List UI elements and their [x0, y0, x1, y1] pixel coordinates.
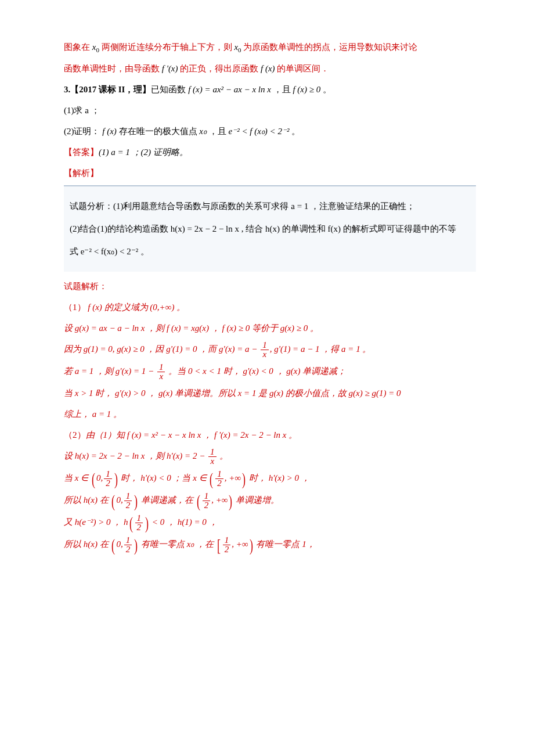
n: 1	[124, 492, 132, 501]
sol-p1-l2: 设 g(x) = ax − a − ln x ，则 f (x) = xg(x) …	[64, 319, 476, 337]
analysis-line-2: (2)结合(1)的结论构造函数 h(x) = 2x − 2 − ln x , 结…	[70, 219, 470, 239]
text: (1)求 a ；	[64, 106, 100, 115]
text: 函数单调性时，由导函数	[64, 64, 162, 73]
text: 由（1）知 f (x) = x² − x − x ln x ， f '(x) =…	[86, 430, 298, 440]
sol-p1-l5: 当 x > 1 时， g'(x) > 0 ， g(x) 单调递增。所以 x = …	[64, 384, 476, 402]
sol-p1-l4: 若 a = 1 ，则 g'(x) = 1 − 1x 。当 0 < x < 1 时…	[64, 362, 476, 381]
sol-p2-l1: （2）由（1）知 f (x) = x² − x − x ln x ， f '(x…	[64, 426, 476, 444]
text: (1) a = 1 ；(2) 证明略。	[99, 147, 188, 157]
num: 1	[208, 448, 217, 457]
t: 又 h(e⁻²) > 0 ， h	[64, 517, 128, 527]
intro-line-1: 图象在 x0 两侧附近连续分布于轴上下方，则 x0 为原函数单调性的拐点，运用导…	[64, 38, 476, 56]
text: f (x) 的定义域为 (0,+∞) 。	[86, 303, 186, 312]
t: 0,	[96, 473, 103, 483]
text: 图象在	[64, 42, 92, 52]
math: f '(x)	[162, 64, 178, 73]
text: (2)证明：	[64, 127, 102, 136]
t: 时， h'(x) > 0 ，	[247, 473, 310, 483]
d: 2	[203, 501, 211, 510]
sol-p2-l5: 又 h(e⁻²) > 0 ， h(12) < 0 ， h(1) = 0 ，	[64, 513, 476, 532]
problem-3-header: 3.【2017 课标 II，理】已知函数 f (x) = ax² − ax − …	[64, 81, 476, 98]
n: 1	[104, 470, 112, 479]
math: f (x)	[102, 127, 117, 136]
text: 。	[218, 451, 229, 460]
text: 。	[320, 85, 331, 94]
d: 2	[124, 501, 132, 510]
num: 1	[261, 341, 269, 350]
math: e⁻² < f (x₀) < 2⁻²	[229, 127, 290, 136]
d: 2	[215, 479, 223, 488]
text: ，且	[207, 127, 229, 136]
tag: 3.【2017 课标 II，理】	[64, 85, 151, 94]
sol-p1-l1: （1） f (x) 的定义域为 (0,+∞) 。	[64, 298, 476, 316]
t: 时， h'(x) < 0 ；当 x ∈	[119, 473, 209, 483]
sol-p2-l2: 设 h(x) = 2x − 2 − ln x ，则 h'(x) = 2 − 1x…	[64, 447, 476, 466]
text: 存在唯一的极大值点	[117, 127, 200, 136]
label: （2）	[64, 430, 86, 440]
den: x	[157, 372, 165, 381]
math: x₀	[199, 127, 207, 136]
d: 2	[135, 523, 143, 532]
text: 两侧附近连续分布于轴上下方，则	[99, 42, 234, 52]
num: 1	[157, 363, 165, 372]
analysis-box: 试题分析：(1)利用题意结合导函数与原函数的关系可求得 a = 1 ，注意验证结…	[64, 185, 476, 272]
d: 2	[104, 479, 112, 488]
t: 单调递增。	[233, 495, 279, 505]
n: 1	[223, 536, 231, 545]
t: , +∞	[232, 539, 248, 549]
text: ，且	[271, 85, 293, 94]
t: , +∞	[211, 495, 228, 505]
text: 的单调区间．	[275, 64, 330, 73]
sol-p2-l3: 当 x ∈ (0,12) 时， h'(x) < 0 ；当 x ∈ (12, +∞…	[64, 469, 476, 488]
n: 1	[203, 492, 211, 501]
math: f (x)	[261, 64, 275, 73]
sol-p1-l3: 因为 g(1) = 0, g(x) ≥ 0 ，因 g'(1) = 0 ，而 g'…	[64, 340, 476, 359]
den: x	[208, 457, 217, 466]
text: 当 x ∈	[64, 473, 91, 483]
d: 2	[124, 545, 132, 554]
d: 2	[223, 545, 231, 554]
label: （1）	[64, 303, 86, 312]
label: 【答案】	[64, 147, 99, 157]
n: 1	[135, 514, 143, 523]
t: , +∞	[225, 473, 241, 483]
solution-header: 试题解析：	[64, 278, 476, 295]
t: 所以 h(x) 在	[64, 495, 110, 505]
math: f (x) ≥ 0	[293, 85, 320, 94]
text: 。	[289, 127, 300, 136]
text: 为原函数单调性的拐点，运用导数知识来讨论	[241, 42, 418, 52]
den: x	[261, 350, 269, 359]
intro-line-2: 函数单调性时，由导函数 f '(x) 的正负，得出原函数 f (x) 的单调区间…	[64, 60, 476, 77]
text: , g'(1) = a − 1 ，得 a = 1 。	[270, 344, 371, 354]
problem-3-q2: (2)证明： f (x) 存在唯一的极大值点 x₀ ，且 e⁻² < f (x₀…	[64, 123, 476, 140]
math: f (x) = ax² − ax − x ln x	[188, 85, 271, 94]
text: 设 h(x) = 2x − 2 − ln x ，则 h'(x) = 2 −	[64, 451, 207, 460]
n: 1	[215, 470, 223, 479]
text: 因为 g(1) = 0, g(x) ≥ 0 ，因 g'(1) = 0 ，而 g'…	[64, 344, 259, 354]
sol-p2-l6: 所以 h(x) 在 (0,12) 有唯一零点 x₀ ，在 [12, +∞) 有唯…	[64, 535, 476, 554]
t: 有唯一零点 1，	[254, 539, 315, 549]
text: 的正负，得出原函数	[178, 64, 261, 73]
sol-p1-l6: 综上， a = 1 。	[64, 405, 476, 423]
t: < 0 ， h(1) = 0 ，	[150, 517, 217, 527]
analysis-label: 【解析】	[64, 164, 476, 182]
sol-p2-l4: 所以 h(x) 在 (0,12) 单调递减，在 (12, +∞) 单调递增。	[64, 491, 476, 510]
t: 0,	[116, 539, 122, 549]
t: 所以 h(x) 在	[64, 539, 110, 549]
text: 若 a = 1 ，则 g'(x) = 1 −	[64, 366, 156, 376]
problem-3-q1: (1)求 a ；	[64, 102, 476, 119]
text: 。当 0 < x < 1 时， g'(x) < 0 ， g(x) 单调递减；	[166, 366, 346, 376]
t: 0,	[116, 495, 122, 505]
text: 已知函数	[151, 85, 188, 94]
t: 单调递减，在	[139, 495, 196, 505]
n: 1	[124, 536, 132, 545]
analysis-line-1: 试题分析：(1)利用题意结合导函数与原函数的关系可求得 a = 1 ，注意验证结…	[70, 197, 470, 216]
t: 有唯一零点 x₀ ，在	[139, 539, 216, 549]
analysis-line-3: 式 e⁻² < f(x₀) < 2⁻² 。	[70, 242, 470, 261]
answer-line: 【答案】(1) a = 1 ；(2) 证明略。	[64, 143, 476, 161]
